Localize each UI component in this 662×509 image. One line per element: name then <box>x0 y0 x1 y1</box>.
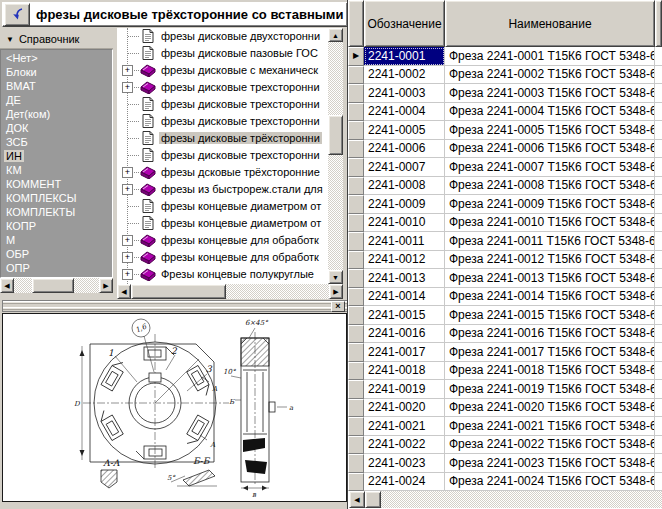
table-row[interactable]: 2241-0024Фреза 2241-0024 Т15К6 ГОСТ 5348… <box>348 473 662 492</box>
tree-item[interactable]: +фрезы дсковые трёхсторонние <box>117 164 328 181</box>
cell-name[interactable]: Фреза 2241-0024 Т15К6 ГОСТ 5348-69 <box>445 473 655 492</box>
expand-plus-icon[interactable]: + <box>122 184 133 195</box>
cell-code[interactable]: 2241-0007 <box>364 158 445 177</box>
cell-code[interactable]: 2241-0023 <box>364 454 445 473</box>
table-row[interactable]: 2241-0006Фреза 2241-0006 Т15К6 ГОСТ 5348… <box>348 140 662 159</box>
table-row[interactable]: 2241-0003Фреза 2241-0003 Т15К6 ГОСТ 5348… <box>348 84 662 103</box>
cell-code[interactable]: 2241-0013 <box>364 269 445 288</box>
table-row[interactable]: 2241-0009Фреза 2241-0009 Т15К6 ГОСТ 5348… <box>348 195 662 214</box>
row-selector[interactable] <box>348 380 364 399</box>
table-row[interactable]: 2241-0018Фреза 2241-0018 Т15К6 ГОСТ 5348… <box>348 362 662 381</box>
reference-selector[interactable]: ▼ Справочник <box>0 30 113 49</box>
row-selector[interactable] <box>348 288 364 307</box>
sidebar-item[interactable]: ДЕ <box>1 93 112 107</box>
scroll-right-icon[interactable]: ▶ <box>99 278 113 293</box>
table-hscroll-thumb[interactable] <box>365 491 381 508</box>
cell-name[interactable]: Фреза 2241-0015 Т15К6 ГОСТ 5348-69 <box>445 306 655 325</box>
row-selector[interactable] <box>348 417 364 436</box>
tree-item[interactable]: +Фрезы концевые полукруглые <box>117 266 328 283</box>
table-row[interactable]: 2241-0011Фреза 2241-0011 Т15К6 ГОСТ 5348… <box>348 232 662 251</box>
table-row[interactable]: 2241-0014Фреза 2241-0014 Т15К6 ГОСТ 5348… <box>348 288 662 307</box>
expand-plus-icon[interactable]: + <box>122 167 133 178</box>
cell-code[interactable]: 2241-0005 <box>364 121 445 140</box>
cell-name[interactable]: Фреза 2241-0003 Т15К6 ГОСТ 5348-69 <box>445 84 655 103</box>
row-selector[interactable] <box>348 232 364 251</box>
tree-vscrollbar[interactable]: ▲ ▼ <box>328 28 343 284</box>
cell-code[interactable]: 2241-0008 <box>364 177 445 196</box>
table-row[interactable]: 2241-0023Фреза 2241-0023 Т15К6 ГОСТ 5348… <box>348 454 662 473</box>
cell-name[interactable]: Фреза 2241-0012 Т15К6 ГОСТ 5348-69 <box>445 251 655 270</box>
tree-item[interactable]: фрезы дисковые трёхсторонни <box>117 130 328 147</box>
column-header-name[interactable]: Наименование <box>445 0 655 47</box>
expand-plus-icon[interactable]: + <box>122 82 133 93</box>
tree-item[interactable]: +фрезы дисковые с механическ <box>117 62 328 79</box>
row-selector[interactable] <box>348 140 364 159</box>
tree-list[interactable]: фрезы дисковые двухстороннифрезы дисковы… <box>117 28 328 284</box>
scroll-right-icon[interactable]: ▶ <box>329 284 343 299</box>
expand-plus-icon[interactable]: + <box>122 65 133 76</box>
cell-code[interactable]: 2241-0009 <box>364 195 445 214</box>
tree-item[interactable]: +фрезы из быстрореж.стали для <box>117 181 328 198</box>
sidebar-hscroll-thumb[interactable] <box>32 278 74 293</box>
tree-item[interactable]: +фрезы дисковые трехсторонни <box>117 79 328 96</box>
tree-hscroll-thumb[interactable] <box>131 284 226 299</box>
scroll-left-icon[interactable]: ◀ <box>0 278 14 293</box>
table-row[interactable]: 2241-0016Фреза 2241-0016 Т15К6 ГОСТ 5348… <box>348 325 662 344</box>
cell-name[interactable]: Фреза 2241-0009 Т15К6 ГОСТ 5348-69 <box>445 195 655 214</box>
cell-name[interactable]: Фреза 2241-0019 Т15К6 ГОСТ 5348-69 <box>445 380 655 399</box>
expand-plus-icon[interactable]: + <box>122 252 133 263</box>
sidebar-item[interactable]: ВМАТ <box>1 79 112 93</box>
row-selector[interactable] <box>348 214 364 233</box>
cell-name[interactable]: Фреза 2241-0002 Т15К6 ГОСТ 5348-69 <box>445 66 655 85</box>
row-selector[interactable] <box>348 436 364 455</box>
sidebar-hscrollbar[interactable]: ◀ ▶ <box>0 278 113 293</box>
cell-code[interactable]: 2241-0004 <box>364 103 445 122</box>
tree-vscroll-track[interactable] <box>328 42 343 270</box>
cell-code[interactable]: 2241-0018 <box>364 362 445 381</box>
table-row[interactable]: 2241-0022Фреза 2241-0022 Т15К6 ГОСТ 5348… <box>348 436 662 455</box>
drawing-panel-grabber[interactable]: × <box>2 300 348 312</box>
cell-name[interactable]: Фреза 2241-0008 Т15К6 ГОСТ 5348-69 <box>445 177 655 196</box>
sidebar-item[interactable]: КОМПЛЕКСЫ <box>1 191 112 205</box>
expand-plus-icon[interactable]: + <box>122 269 133 280</box>
cell-name[interactable]: Фреза 2241-0022 Т15К6 ГОСТ 5348-69 <box>445 436 655 455</box>
sidebar-item[interactable]: КМ <box>1 163 112 177</box>
table-row[interactable]: 2241-0017Фреза 2241-0017 Т15К6 ГОСТ 5348… <box>348 343 662 362</box>
cell-code[interactable]: 2241-0001 <box>364 47 445 66</box>
jump-arrow-button[interactable] <box>4 3 30 26</box>
row-selector[interactable]: ▶ <box>348 47 364 66</box>
tree-hscroll-track[interactable] <box>226 284 329 299</box>
reference-list[interactable]: <Нет>БлокиВМАТДЕДет(ком)ДОКЗСБИНКМКОММЕН… <box>0 49 113 278</box>
cell-name[interactable]: Фреза 2241-0023 Т15К6 ГОСТ 5348-69 <box>445 454 655 473</box>
cell-name[interactable]: Фреза 2241-0005 Т15К6 ГОСТ 5348-69 <box>445 121 655 140</box>
row-selector[interactable] <box>348 66 364 85</box>
tree-hscrollbar[interactable]: ◀ ▶ <box>117 284 343 299</box>
cell-code[interactable]: 2241-0021 <box>364 417 445 436</box>
sidebar-item[interactable]: ИН <box>1 149 112 163</box>
cell-name[interactable]: Фреза 2241-0010 Т15К6 ГОСТ 5348-69 <box>445 214 655 233</box>
sidebar-item[interactable]: КОМПЛЕКТЫ <box>1 205 112 219</box>
table-row[interactable]: 2241-0004Фреза 2241-0004 Т15К6 ГОСТ 5348… <box>348 103 662 122</box>
sidebar-item[interactable]: КОММЕНТ <box>1 177 112 191</box>
column-header-code[interactable]: Обозначение <box>364 0 445 47</box>
table-row[interactable]: 2241-0005Фреза 2241-0005 Т15К6 ГОСТ 5348… <box>348 121 662 140</box>
row-selector[interactable] <box>348 473 364 492</box>
cell-code[interactable]: 2241-0006 <box>364 140 445 159</box>
row-selector[interactable] <box>348 103 364 122</box>
row-selector[interactable] <box>348 306 364 325</box>
table-row[interactable]: 2241-0013Фреза 2241-0013 Т15К6 ГОСТ 5348… <box>348 269 662 288</box>
table-hscrollbar[interactable]: ◀ <box>349 491 662 508</box>
cell-name[interactable]: Фреза 2241-0021 Т15К6 ГОСТ 5348-69 <box>445 417 655 436</box>
table-row[interactable]: 2241-0008Фреза 2241-0008 Т15К6 ГОСТ 5348… <box>348 177 662 196</box>
sidebar-item[interactable]: ОПР <box>1 261 112 275</box>
cell-name[interactable]: Фреза 2241-0020 Т15К6 ГОСТ 5348-69 <box>445 399 655 418</box>
row-selector[interactable] <box>348 269 364 288</box>
expand-plus-icon[interactable]: + <box>122 235 133 246</box>
table-row[interactable]: 2241-0012Фреза 2241-0012 Т15К6 ГОСТ 5348… <box>348 251 662 270</box>
scroll-up-icon[interactable]: ▲ <box>328 28 343 42</box>
scroll-left-icon[interactable]: ◀ <box>349 491 365 508</box>
table-row[interactable]: 2241-0007Фреза 2241-0007 Т15К6 ГОСТ 5348… <box>348 158 662 177</box>
table-row[interactable]: 2241-0021Фреза 2241-0021 Т15К6 ГОСТ 5348… <box>348 417 662 436</box>
cell-name[interactable]: Фреза 2241-0013 Т15К6 ГОСТ 5348-69 <box>445 269 655 288</box>
cell-name[interactable]: Фреза 2241-0018 Т15К6 ГОСТ 5348-69 <box>445 362 655 381</box>
